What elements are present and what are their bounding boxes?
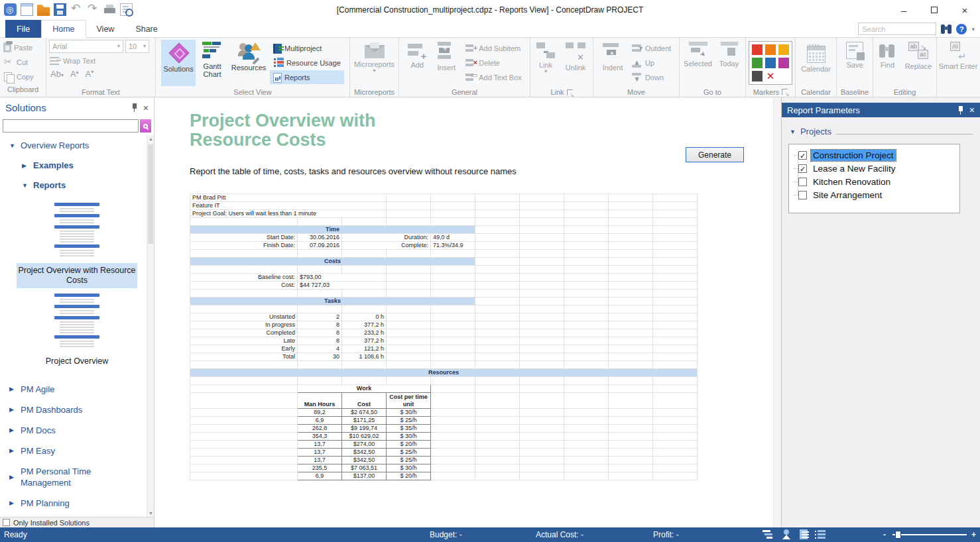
scrollbar-thumb[interactable] — [148, 144, 153, 244]
open-folder-icon[interactable] — [37, 3, 50, 16]
resources-view-icon[interactable] — [781, 529, 793, 539]
solutions-category-pm-easy[interactable]: ▶PM Easy — [9, 445, 134, 457]
zoom-out-button[interactable]: - — [883, 527, 886, 542]
zoom-handle[interactable] — [895, 531, 901, 539]
tab-view[interactable]: View — [86, 20, 125, 38]
multiproject-view-icon[interactable] — [800, 529, 808, 539]
redo-icon[interactable] — [87, 3, 99, 16]
reports-view-button[interactable]: Reports — [270, 70, 344, 84]
only-installed-checkbox[interactable] — [3, 519, 10, 526]
solutions-category-pm-personal-time-management[interactable]: ▶PM Personal Time Management — [9, 466, 134, 488]
resource-usage-view-icon[interactable] — [814, 529, 826, 539]
font-style-button[interactable]: Ab▾ — [50, 69, 64, 79]
project-label[interactable]: Construction Project — [811, 150, 896, 161]
close-button[interactable]: × — [949, 0, 980, 20]
tree-item-overview-reports[interactable]: ▼Overview Reports — [9, 140, 154, 150]
project-checkbox[interactable]: ✓ — [798, 151, 807, 160]
tab-home[interactable]: Home — [41, 20, 86, 38]
generate-button[interactable]: Generate — [686, 147, 744, 162]
tab-share[interactable]: Share — [125, 20, 168, 38]
cut-button[interactable]: Cut — [0, 55, 46, 69]
multiproject-view-button[interactable]: Multiproject — [270, 41, 344, 55]
resource-usage-view-button[interactable]: Resource Usage — [270, 56, 344, 70]
search-input[interactable] — [858, 23, 936, 35]
insert-button[interactable]: Insert — [432, 40, 461, 86]
delete-button[interactable]: Delete — [462, 56, 525, 70]
print-icon[interactable] — [103, 3, 116, 16]
report-template-item[interactable]: Project Overview — [0, 291, 154, 369]
marker-color-swatch[interactable] — [752, 71, 763, 81]
project-item-kitchen-renovation[interactable]: Kitchen Renovation — [789, 175, 959, 188]
content-scrollbar[interactable] — [773, 97, 781, 527]
pin-icon[interactable] — [957, 106, 964, 115]
markers-dialog-launcher-icon[interactable] — [782, 89, 788, 95]
font-name-combobox[interactable]: Arial▾ — [49, 40, 123, 53]
grow-font-button[interactable]: A▴ — [70, 69, 79, 79]
copy-button[interactable]: Copy — [0, 70, 46, 83]
solutions-view-button[interactable]: Solutions — [161, 40, 196, 86]
indent-button[interactable]: Indent — [598, 40, 627, 86]
zoom-in-button[interactable]: + — [971, 527, 976, 542]
marker-color-swatch[interactable] — [778, 58, 789, 68]
close-panel-icon[interactable]: × — [969, 105, 975, 115]
shrink-font-button[interactable]: A▾ — [86, 69, 94, 79]
search-binoculars-icon[interactable] — [941, 25, 951, 34]
project-checkbox[interactable]: ✓ — [798, 164, 807, 173]
project-checkbox[interactable] — [798, 191, 807, 199]
font-size-combobox[interactable]: 10▾ — [125, 40, 149, 53]
find-button[interactable]: Find — [875, 40, 900, 86]
unlink-button[interactable]: Unlink — [560, 40, 591, 86]
solutions-category-pm-docs[interactable]: ▶PM Docs — [9, 425, 134, 436]
solutions-scrollbar[interactable]: ▲▼ — [147, 135, 154, 517]
minimize-button[interactable]: – — [888, 0, 919, 20]
project-checkbox[interactable] — [798, 178, 807, 186]
project-item-construction-project[interactable]: ✓Construction Project — [789, 148, 959, 162]
collapse-arrow-icon[interactable]: ▼ — [790, 129, 796, 135]
solutions-search-button[interactable] — [140, 119, 151, 133]
zoom-track[interactable] — [892, 534, 967, 535]
gantt-chart-view-button[interactable]: Gantt Chart — [197, 40, 227, 86]
undo-icon[interactable] — [70, 3, 83, 16]
marker-color-swatch[interactable] — [765, 58, 776, 68]
app-icon[interactable] — [4, 3, 17, 16]
tab-file[interactable]: File — [5, 20, 41, 38]
project-item-site-arrangement[interactable]: Site Arrangement — [789, 188, 959, 201]
gantt-view-icon[interactable] — [763, 529, 774, 539]
goto-today-button[interactable]: Today — [715, 40, 743, 86]
close-panel-icon[interactable]: × — [143, 103, 149, 113]
add-text-box-button[interactable]: Add Text Box — [462, 70, 525, 84]
project-label[interactable]: Site Arrangement — [811, 190, 884, 201]
save-icon[interactable] — [54, 3, 66, 16]
project-label[interactable]: Lease a New Facility — [811, 163, 898, 174]
tree-item-examples[interactable]: ▶Examples — [22, 160, 154, 170]
baseline-save-button[interactable]: Save — [838, 40, 871, 86]
down-button[interactable]: Down — [629, 70, 674, 84]
calendar-button[interactable]: Calendar — [797, 40, 835, 86]
solutions-category-pm-planning[interactable]: ▶PM Planning — [9, 498, 134, 509]
project-item-lease-a-new-facility[interactable]: ✓Lease a New Facility — [789, 162, 959, 175]
wrap-text-button[interactable]: Wrap Text — [46, 54, 155, 68]
paste-button[interactable]: Paste — [0, 40, 46, 54]
up-button[interactable]: Up — [629, 56, 674, 70]
new-document-icon[interactable] — [21, 3, 33, 16]
add-button[interactable]: Add — [404, 40, 430, 86]
print-preview-icon[interactable] — [120, 3, 133, 16]
report-template-item[interactable]: Project Overview with Resource Costs — [0, 200, 154, 288]
resources-view-button[interactable]: Resources — [229, 40, 269, 86]
add-subitem-button[interactable]: Add Subitem — [462, 41, 525, 55]
link-dialog-launcher-icon[interactable] — [567, 89, 573, 95]
pin-icon[interactable] — [131, 103, 138, 112]
marker-color-swatch[interactable] — [752, 58, 763, 68]
marker-color-swatch[interactable] — [778, 44, 789, 55]
solutions-category-pm-dashboards[interactable]: ▶PM Dashboards — [9, 404, 134, 415]
smart-enter-button[interactable]: AISmart Enter — [938, 40, 978, 86]
goto-selected-button[interactable]: Selected — [682, 40, 714, 86]
solutions-search-input[interactable] — [3, 119, 139, 133]
replace-button[interactable]: abacReplace — [902, 40, 935, 86]
marker-clear-icon[interactable]: ✕ — [765, 71, 776, 81]
link-button[interactable]: Link▾ — [532, 40, 559, 86]
microreports-button[interactable]: Microreports▾ — [351, 40, 397, 86]
marker-color-swatch[interactable] — [765, 44, 776, 55]
outdent-button[interactable]: Outdent — [629, 41, 674, 55]
solutions-category-pm-agile[interactable]: ▶PM Agile — [9, 384, 134, 395]
